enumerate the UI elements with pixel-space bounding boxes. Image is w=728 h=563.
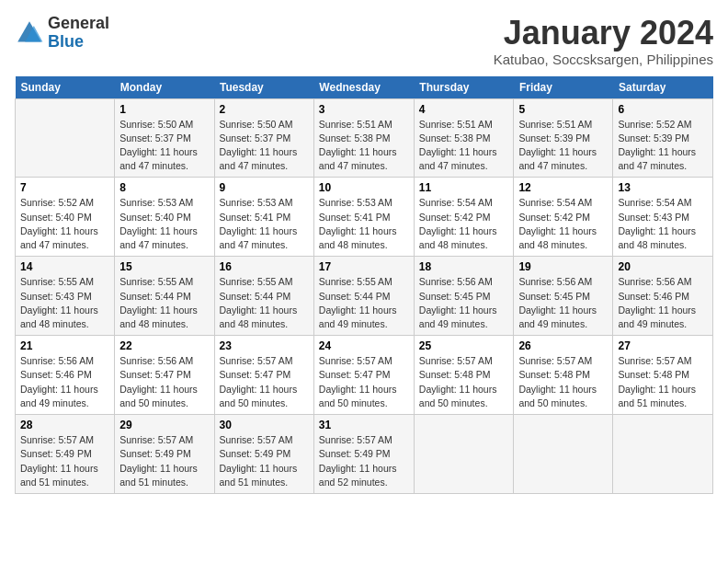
calendar-header: SundayMondayTuesdayWednesdayThursdayFrid…	[16, 76, 713, 99]
calendar-cell: 12Sunrise: 5:54 AM Sunset: 5:42 PM Dayli…	[514, 178, 613, 257]
day-info: Sunrise: 5:55 AM Sunset: 5:44 PM Dayligh…	[319, 276, 397, 329]
day-number: 27	[618, 339, 708, 352]
calendar-cell: 26Sunrise: 5:57 AM Sunset: 5:48 PM Dayli…	[514, 336, 613, 415]
day-number: 28	[20, 419, 109, 431]
calendar-cell: 14Sunrise: 5:55 AM Sunset: 5:43 PM Dayli…	[16, 257, 115, 336]
calendar-cell	[414, 415, 514, 494]
weekday-header-saturday: Saturday	[613, 76, 713, 99]
day-info: Sunrise: 5:52 AM Sunset: 5:39 PM Dayligh…	[618, 119, 696, 172]
day-info: Sunrise: 5:57 AM Sunset: 5:49 PM Dayligh…	[20, 434, 98, 488]
title-block: January 2024 Katubao, Soccsksargen, Phil…	[494, 15, 713, 67]
day-number: 8	[119, 181, 209, 194]
calendar-cell: 6Sunrise: 5:52 AM Sunset: 5:39 PM Daylig…	[613, 98, 713, 178]
day-number: 25	[419, 339, 509, 352]
day-info: Sunrise: 5:57 AM Sunset: 5:48 PM Dayligh…	[419, 355, 497, 408]
day-info: Sunrise: 5:56 AM Sunset: 5:46 PM Dayligh…	[20, 355, 98, 408]
calendar-cell: 13Sunrise: 5:54 AM Sunset: 5:43 PM Dayli…	[613, 178, 713, 257]
day-number: 1	[119, 103, 209, 116]
calendar-cell: 16Sunrise: 5:55 AM Sunset: 5:44 PM Dayli…	[214, 257, 313, 336]
day-info: Sunrise: 5:56 AM Sunset: 5:45 PM Dayligh…	[518, 276, 597, 329]
day-info: Sunrise: 5:50 AM Sunset: 5:37 PM Dayligh…	[220, 119, 298, 172]
day-number: 10	[319, 181, 409, 194]
day-info: Sunrise: 5:54 AM Sunset: 5:42 PM Dayligh…	[419, 197, 497, 250]
calendar-cell: 8Sunrise: 5:53 AM Sunset: 5:40 PM Daylig…	[115, 178, 214, 257]
weekday-header-sunday: Sunday	[16, 76, 115, 99]
calendar-cell: 5Sunrise: 5:51 AM Sunset: 5:39 PM Daylig…	[514, 98, 613, 178]
calendar-cell: 17Sunrise: 5:55 AM Sunset: 5:44 PM Dayli…	[313, 257, 414, 336]
day-number: 3	[319, 103, 409, 116]
subtitle: Katubao, Soccsksargen, Philippines	[494, 52, 713, 67]
day-info: Sunrise: 5:57 AM Sunset: 5:49 PM Dayligh…	[220, 434, 298, 488]
calendar-body: 1Sunrise: 5:50 AM Sunset: 5:37 PM Daylig…	[16, 98, 713, 493]
day-info: Sunrise: 5:57 AM Sunset: 5:49 PM Dayligh…	[319, 434, 397, 488]
day-number: 13	[618, 181, 708, 194]
day-number: 18	[419, 260, 509, 273]
calendar-cell: 29Sunrise: 5:57 AM Sunset: 5:49 PM Dayli…	[115, 415, 214, 494]
weekday-header-row: SundayMondayTuesdayWednesdayThursdayFrid…	[16, 76, 713, 99]
day-info: Sunrise: 5:51 AM Sunset: 5:38 PM Dayligh…	[419, 119, 497, 172]
week-row-4: 21Sunrise: 5:56 AM Sunset: 5:46 PM Dayli…	[16, 336, 713, 415]
day-number: 22	[119, 339, 209, 352]
calendar-table: SundayMondayTuesdayWednesdayThursdayFrid…	[15, 76, 713, 494]
calendar-cell: 15Sunrise: 5:55 AM Sunset: 5:44 PM Dayli…	[115, 257, 214, 336]
logo-icon	[15, 18, 44, 48]
weekday-header-friday: Friday	[514, 76, 613, 99]
day-number: 24	[319, 339, 409, 352]
day-info: Sunrise: 5:57 AM Sunset: 5:49 PM Dayligh…	[119, 434, 198, 488]
day-info: Sunrise: 5:55 AM Sunset: 5:44 PM Dayligh…	[220, 276, 298, 329]
weekday-header-thursday: Thursday	[414, 76, 514, 99]
day-info: Sunrise: 5:53 AM Sunset: 5:40 PM Dayligh…	[119, 197, 198, 250]
calendar-cell: 19Sunrise: 5:56 AM Sunset: 5:45 PM Dayli…	[514, 257, 613, 336]
calendar-cell: 20Sunrise: 5:56 AM Sunset: 5:46 PM Dayli…	[613, 257, 713, 336]
day-info: Sunrise: 5:54 AM Sunset: 5:43 PM Dayligh…	[618, 197, 696, 250]
calendar-cell: 25Sunrise: 5:57 AM Sunset: 5:48 PM Dayli…	[414, 336, 514, 415]
weekday-header-monday: Monday	[115, 76, 214, 99]
calendar-cell: 23Sunrise: 5:57 AM Sunset: 5:47 PM Dayli…	[214, 336, 313, 415]
calendar-cell: 27Sunrise: 5:57 AM Sunset: 5:48 PM Dayli…	[613, 336, 713, 415]
day-info: Sunrise: 5:51 AM Sunset: 5:39 PM Dayligh…	[518, 119, 597, 172]
week-row-2: 7Sunrise: 5:52 AM Sunset: 5:40 PM Daylig…	[16, 178, 713, 257]
calendar-cell: 4Sunrise: 5:51 AM Sunset: 5:38 PM Daylig…	[414, 98, 514, 178]
day-number: 30	[220, 419, 309, 431]
calendar-cell: 9Sunrise: 5:53 AM Sunset: 5:41 PM Daylig…	[214, 178, 313, 257]
week-row-1: 1Sunrise: 5:50 AM Sunset: 5:37 PM Daylig…	[16, 98, 713, 178]
weekday-header-wednesday: Wednesday	[313, 76, 414, 99]
day-info: Sunrise: 5:57 AM Sunset: 5:48 PM Dayligh…	[518, 355, 597, 408]
calendar-cell	[16, 98, 115, 178]
calendar-cell	[514, 415, 613, 494]
calendar-cell: 3Sunrise: 5:51 AM Sunset: 5:38 PM Daylig…	[313, 98, 414, 178]
calendar-cell: 30Sunrise: 5:57 AM Sunset: 5:49 PM Dayli…	[214, 415, 313, 494]
day-info: Sunrise: 5:55 AM Sunset: 5:43 PM Dayligh…	[20, 276, 98, 329]
day-info: Sunrise: 5:56 AM Sunset: 5:46 PM Dayligh…	[618, 276, 696, 329]
day-number: 4	[419, 103, 509, 116]
day-number: 19	[518, 260, 608, 273]
calendar-cell: 28Sunrise: 5:57 AM Sunset: 5:49 PM Dayli…	[16, 415, 115, 494]
day-number: 6	[618, 103, 708, 116]
day-info: Sunrise: 5:52 AM Sunset: 5:40 PM Dayligh…	[20, 197, 98, 250]
main-title: January 2024	[494, 15, 713, 52]
day-number: 26	[518, 339, 608, 352]
day-number: 11	[419, 181, 509, 194]
day-info: Sunrise: 5:51 AM Sunset: 5:38 PM Dayligh…	[319, 119, 397, 172]
day-number: 29	[119, 419, 209, 431]
day-info: Sunrise: 5:57 AM Sunset: 5:48 PM Dayligh…	[618, 355, 696, 408]
day-number: 17	[319, 260, 409, 273]
calendar-cell: 18Sunrise: 5:56 AM Sunset: 5:45 PM Dayli…	[414, 257, 514, 336]
weekday-header-tuesday: Tuesday	[214, 76, 313, 99]
calendar-cell: 10Sunrise: 5:53 AM Sunset: 5:41 PM Dayli…	[313, 178, 414, 257]
logo-text: General Blue	[48, 15, 109, 52]
calendar-cell: 7Sunrise: 5:52 AM Sunset: 5:40 PM Daylig…	[16, 178, 115, 257]
day-info: Sunrise: 5:50 AM Sunset: 5:37 PM Dayligh…	[119, 119, 198, 172]
day-number: 2	[220, 103, 309, 116]
logo-blue-text: Blue	[48, 33, 109, 52]
week-row-5: 28Sunrise: 5:57 AM Sunset: 5:49 PM Dayli…	[16, 415, 713, 494]
day-number: 14	[20, 260, 109, 273]
calendar-cell: 21Sunrise: 5:56 AM Sunset: 5:46 PM Dayli…	[16, 336, 115, 415]
day-number: 20	[618, 260, 708, 273]
week-row-3: 14Sunrise: 5:55 AM Sunset: 5:43 PM Dayli…	[16, 257, 713, 336]
day-number: 7	[20, 181, 109, 194]
day-info: Sunrise: 5:56 AM Sunset: 5:45 PM Dayligh…	[419, 276, 497, 329]
calendar-cell: 31Sunrise: 5:57 AM Sunset: 5:49 PM Dayli…	[313, 415, 414, 494]
day-info: Sunrise: 5:54 AM Sunset: 5:42 PM Dayligh…	[518, 197, 597, 250]
day-number: 31	[319, 419, 409, 431]
